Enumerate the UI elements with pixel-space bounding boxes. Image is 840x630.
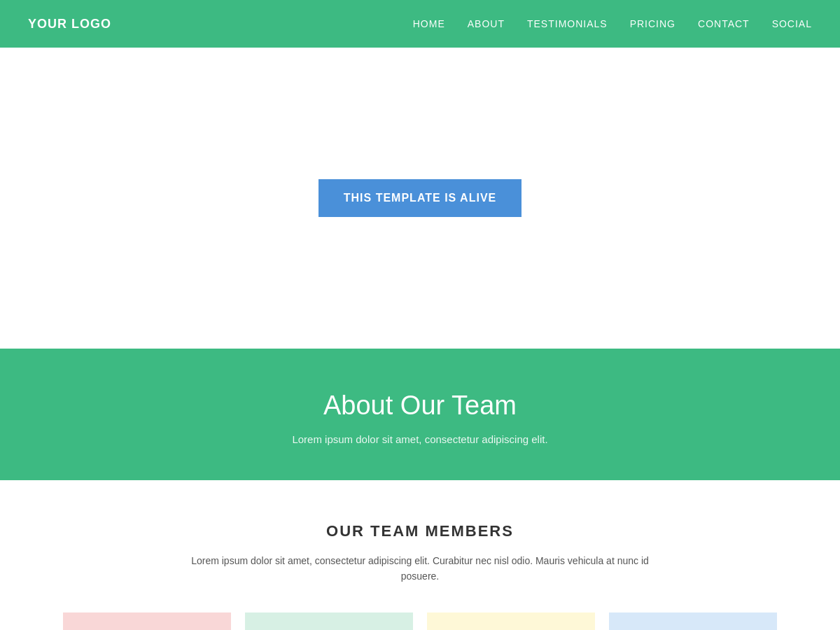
nav-link-home[interactable]: HOME xyxy=(413,18,445,29)
navbar: YOUR LOGO HOMEABOUTTESTIMONIALSPRICINGCO… xyxy=(0,0,840,48)
team-card-2: Lorem ipsum dolor sit amet, consectetur … xyxy=(427,612,595,630)
team-section: OUR TEAM MEMBERS Lorem ipsum dolor sit a… xyxy=(0,480,840,630)
about-subtitle: Lorem ipsum dolor sit amet, consectetur … xyxy=(28,433,812,445)
team-title: OUR TEAM MEMBERS xyxy=(28,522,812,540)
nav-link-pricing[interactable]: PRICING xyxy=(630,18,676,29)
team-description: Lorem ipsum dolor sit amet, consectetur … xyxy=(182,553,658,584)
hero-section: THIS TEMPLATE IS ALIVE xyxy=(0,48,840,349)
team-card-0: Lorem ipsum dolor sit amet, consectetur … xyxy=(63,612,231,630)
nav-link-testimonials[interactable]: TESTIMONIALS xyxy=(527,18,608,29)
nav-links: HOMEABOUTTESTIMONIALSPRICINGCONTACTSOCIA… xyxy=(413,18,812,30)
about-title: About Our Team xyxy=(28,391,812,421)
team-card-3: Lorem ipsum dolor sit amet, consectetur … xyxy=(609,612,777,630)
team-cards-container: Lorem ipsum dolor sit amet, consectetur … xyxy=(28,612,812,630)
hero-button[interactable]: THIS TEMPLATE IS ALIVE xyxy=(318,179,522,217)
about-section: About Our Team Lorem ipsum dolor sit ame… xyxy=(0,349,840,480)
nav-link-about[interactable]: ABOUT xyxy=(468,18,505,29)
nav-logo: YOUR LOGO xyxy=(28,17,111,31)
nav-link-social[interactable]: SOCIAL xyxy=(772,18,812,29)
team-card-1: Lorem ipsum dolor sit amet, consectetur … xyxy=(245,612,413,630)
nav-link-contact[interactable]: CONTACT xyxy=(698,18,750,29)
